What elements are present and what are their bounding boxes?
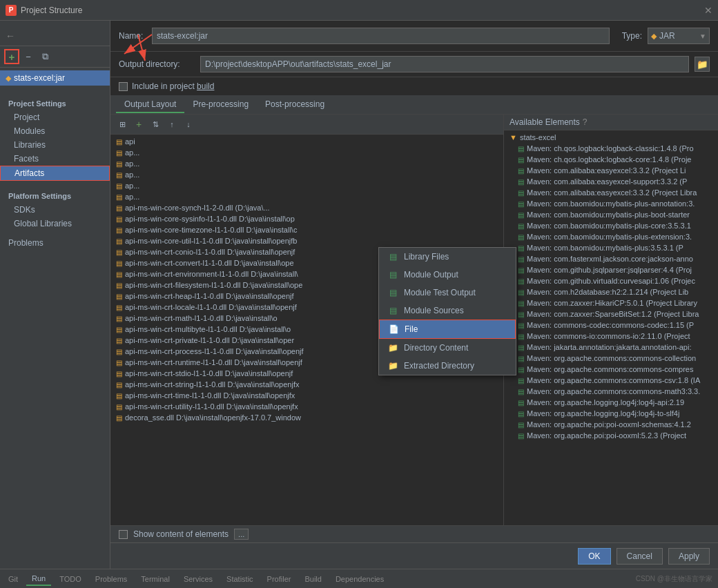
btab-problems[interactable]: Problems <box>90 573 133 585</box>
list-item[interactable]: ▤Maven: commons-io:commons-io:2.11.0 (Pr… <box>504 331 718 342</box>
list-item[interactable]: ▤Maven: org.apache.commons:commons-colle… <box>504 353 718 364</box>
close-button[interactable]: ✕ <box>704 5 712 16</box>
sidebar-item-libraries[interactable]: Libraries <box>0 138 110 152</box>
list-item[interactable]: ▤Maven: com.h2database:h2:2.1.214 (Proje… <box>504 286 718 297</box>
list-item[interactable]: ▤Maven: org.apache.commons:commons-compr… <box>504 364 718 375</box>
list-item[interactable]: ▤ap... <box>110 191 503 202</box>
list-item[interactable]: ▤Maven: ch.qos.logback:logback-core:1.4.… <box>504 154 718 165</box>
btab-terminal[interactable]: Terminal <box>135 573 175 585</box>
back-button[interactable]: ← <box>6 30 15 41</box>
browse-folder-button[interactable]: 📁 <box>695 57 710 72</box>
tab-output-layout[interactable]: Output Layout <box>116 97 184 113</box>
name-label: Name: <box>119 31 146 41</box>
output-path-input[interactable] <box>200 56 689 72</box>
list-item[interactable]: ▤Maven: org.apache.commons:commons-math3… <box>504 386 718 397</box>
list-item[interactable]: ▤Maven: org.apache.poi:poi-ooxml-schemas… <box>504 419 718 430</box>
menu-item-module-output[interactable]: ▤ Module Output <box>379 266 504 284</box>
sidebar-item-artifacts[interactable]: Artifacts <box>0 166 110 181</box>
include-checkbox[interactable] <box>119 82 128 91</box>
menu-item-file[interactable]: 📄 File <box>379 320 504 339</box>
btab-todo[interactable]: TODO <box>54 573 87 585</box>
move-up-button[interactable]: ↑ <box>164 117 180 132</box>
list-item[interactable]: ▤Maven: commons-codec:commons-codec:1.15… <box>504 320 718 331</box>
btab-statistic[interactable]: Statistic <box>221 573 259 585</box>
btab-dependencies[interactable]: Dependencies <box>330 573 389 585</box>
list-item[interactable]: ▤ap... <box>110 180 503 191</box>
content-area: Name: Type: ◆ JAR ▼ Output directory: 📁 … <box>110 21 718 569</box>
sort-button[interactable]: ⇅ <box>148 117 163 132</box>
name-input[interactable] <box>152 28 610 44</box>
list-item[interactable]: ▤Maven: com.baomidou:mybatis-plus-extens… <box>504 231 718 242</box>
list-item[interactable]: ▤api-ms-win-core-util-l1-1-0.dll D:\java… <box>110 235 503 246</box>
tab-post-processing[interactable]: Post-processing <box>257 97 333 113</box>
menu-item-module-test-output[interactable]: ▤ Module Test Output <box>379 284 504 302</box>
list-item[interactable]: ▤Maven: com.baomidou:mybatis-plus:3.5.3.… <box>504 242 718 253</box>
module-output-icon: ▤ <box>387 269 398 280</box>
list-item[interactable]: ▤Maven: com.baomidou:mybatis-plus-core:3… <box>504 220 718 231</box>
show-content-checkbox[interactable] <box>119 530 128 539</box>
file-row-icon: ▤ <box>116 138 122 146</box>
add-artifact-button[interactable]: + <box>4 49 19 64</box>
list-item[interactable]: ▤api-ms-win-core-sysinfo-l1-1-0.dll D:\j… <box>110 213 503 224</box>
list-item[interactable]: ▤api-ms-win-core-synch-l1-2-0.dll (D:\ja… <box>110 202 503 213</box>
list-item[interactable]: ▤Maven: com.baomidou:mybatis-plus-boot-s… <box>504 209 718 220</box>
list-item[interactable]: ▤api-ms-win-crt-utility-l1-1-0.dll D:\ja… <box>110 401 503 412</box>
list-item[interactable]: ▤Maven: com.github.jsqlparser:jsqlparser… <box>504 264 718 275</box>
remove-artifact-button[interactable]: − <box>21 49 36 64</box>
move-down-button[interactable]: ↓ <box>181 117 196 132</box>
list-item[interactable]: ▤Maven: org.apache.poi:poi-ooxml:5.2.3 (… <box>504 430 718 441</box>
list-item[interactable]: ▤Maven: com.alibaba:easyexcel-support:3.… <box>504 176 718 187</box>
list-item[interactable]: ▤Maven: org.apache.logging.log4j:log4j-t… <box>504 408 718 419</box>
list-item[interactable]: ▤Maven: org.apache.logging.log4j:log4j-a… <box>504 397 718 408</box>
list-item[interactable]: ▤api-ms-win-crt-string-l1-1-0.dll D:\jav… <box>110 379 503 390</box>
available-elements-help[interactable]: ? <box>583 117 588 127</box>
tab-pre-processing[interactable]: Pre-processing <box>184 97 257 113</box>
list-item[interactable]: ▤Maven: com.github.virtuald:curvesapi:1.… <box>504 275 718 286</box>
apply-button[interactable]: Apply <box>668 548 710 565</box>
sidebar-item-global-libraries[interactable]: Global Libraries <box>0 217 110 231</box>
menu-item-library-files[interactable]: ▤ Library Files <box>379 248 504 266</box>
library-files-icon: ▤ <box>387 251 398 262</box>
list-item[interactable]: ▤api-ms-win-crt-time-l1-1-0.dll D:\java\… <box>110 390 503 401</box>
menu-item-directory-content[interactable]: 📁 Directory Content <box>379 339 504 357</box>
btab-services[interactable]: Services <box>178 573 218 585</box>
btab-build[interactable]: Build <box>299 573 327 585</box>
ellipsis-button[interactable]: ... <box>234 529 249 540</box>
list-item[interactable]: ▤Maven: ch.qos.logback:logback-classic:1… <box>504 143 718 154</box>
list-item[interactable]: ▤ap... <box>110 158 503 169</box>
grid-view-button[interactable]: ⊞ <box>115 117 130 132</box>
sidebar-item-modules[interactable]: Modules <box>0 124 110 138</box>
sidebar-item-problems[interactable]: Problems <box>0 236 110 250</box>
list-item[interactable]: ▤decora_sse.dll D:\java\install\openjfx-… <box>110 412 503 423</box>
sidebar-item-project[interactable]: Project <box>0 110 110 124</box>
list-item[interactable]: ▤Maven: com.zaxxer:HikariCP:5.0.1 (Proje… <box>504 297 718 308</box>
menu-item-module-sources[interactable]: ▤ Module Sources <box>379 302 504 320</box>
list-item[interactable]: ▤ap... <box>110 147 503 158</box>
list-item[interactable]: ▤Maven: org.apache.commons:commons-csv:1… <box>504 375 718 386</box>
btab-run[interactable]: Run <box>26 572 51 586</box>
list-item[interactable]: ▤Maven: com.alibaba:easyexcel:3.3.2 (Pro… <box>504 165 718 176</box>
file-row-icon: ▤ <box>116 215 122 223</box>
ok-button[interactable]: OK <box>578 548 610 565</box>
avail-item-icon: ▤ <box>518 421 524 429</box>
btab-profiler[interactable]: Profiler <box>262 573 297 585</box>
add-element-button[interactable]: + <box>131 117 146 132</box>
type-select[interactable]: ◆ JAR ▼ <box>648 28 710 44</box>
avail-folder-item[interactable]: ▼ stats-excel <box>504 132 718 143</box>
sidebar-item-sdks[interactable]: SDKs <box>0 203 110 217</box>
list-item[interactable]: ▤Maven: com.zaxxer:SparseBitSet:1.2 (Pro… <box>504 308 718 320</box>
cancel-button[interactable]: Cancel <box>617 548 663 565</box>
list-item[interactable]: ▤api-ms-win-core-timezone-l1-1-0.dll D:\… <box>110 224 503 235</box>
sidebar-item-facets[interactable]: Facets <box>0 152 110 166</box>
copy-artifact-button[interactable]: ⧉ <box>37 49 52 64</box>
list-item[interactable]: ▤ap... <box>110 169 503 180</box>
list-item[interactable]: ▤Maven: com.baomidou:mybatis-plus-annota… <box>504 198 718 209</box>
list-item[interactable]: ▤Maven: com.alibaba:easyexcel:3.3.2 (Pro… <box>504 187 718 198</box>
list-item[interactable]: ▤Maven: jakarta.annotation:jakarta.annot… <box>504 342 718 353</box>
menu-item-extracted-directory[interactable]: 📁 Extracted Directory <box>379 357 504 375</box>
artifact-item[interactable]: ◆ stats-excel:jar <box>0 70 110 86</box>
list-item[interactable]: ▤Maven: com.fasterxml.jackson.core:jacks… <box>504 253 718 264</box>
btab-git[interactable]: Git <box>3 573 23 585</box>
menu-item-dir-label: Directory Content <box>404 343 468 353</box>
list-item[interactable]: ▤api <box>110 136 503 147</box>
